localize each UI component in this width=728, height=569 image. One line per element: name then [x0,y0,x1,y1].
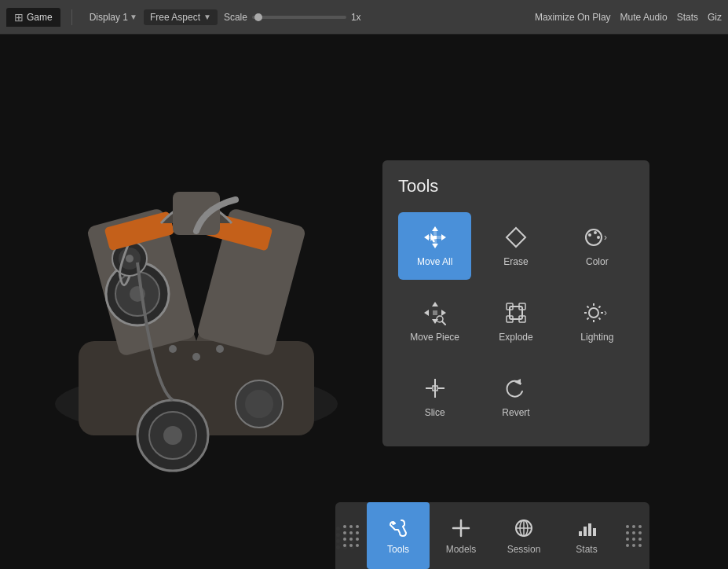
svg-rect-41 [433,310,437,315]
aspect-dropdown[interactable]: Free Aspect ▼ [144,9,218,25]
svg-marker-24 [432,244,438,248]
stats-button[interactable]: Stats [677,12,698,23]
top-bar: ⊞ Game Display 1 ▼ Free Aspect ▼ Scale 1… [0,0,728,35]
svg-point-17 [192,353,200,361]
svg-point-15 [169,345,177,353]
tool-color[interactable]: › Color [561,212,634,280]
nav-stats[interactable]: Stats [555,502,618,569]
svg-marker-39 [424,310,429,316]
color-icon: › [583,225,611,250]
svg-rect-70 [579,531,582,536]
nav-tools-icon [387,517,409,539]
tool-move-all[interactable]: Move All [398,212,471,280]
maximize-on-play-button[interactable]: Maximize On Play [535,12,611,23]
revert-icon [503,376,529,401]
scale-label: Scale [224,12,247,23]
scale-thumb [254,13,262,21]
scale-track[interactable] [252,16,346,19]
move-piece-icon [423,300,448,325]
slice-icon [423,376,448,401]
svg-line-55 [599,307,601,308]
tool-revert[interactable]: Revert [479,363,552,431]
nav-dots-right [618,502,649,569]
nav-stats-icon [576,517,598,539]
slice-label: Slice [425,407,445,418]
svg-line-56 [587,318,589,319]
svg-point-16 [216,345,224,353]
nav-stats-label: Stats [576,544,597,555]
display-label: Display 1 [90,12,128,23]
svg-marker-23 [432,226,438,231]
aspect-dropdown-arrow: ▼ [203,13,211,21]
aspect-label: Free Aspect [150,12,200,23]
revert-label: Revert [502,407,529,418]
move-all-label: Move All [417,256,452,267]
move-all-icon [423,225,448,250]
display-dropdown-arrow: ▼ [130,13,137,21]
svg-point-20 [163,426,182,445]
lighting-label: Lighting [580,332,613,343]
nav-session-label: Session [507,544,541,555]
tools-title: Tools [398,176,634,196]
nav-tools-label: Tools [387,544,409,555]
right-buttons: Maximize On Play Mute Audio Stats Giz [535,12,722,23]
svg-rect-73 [593,528,596,536]
svg-marker-25 [424,234,429,240]
svg-point-35 [597,236,600,239]
tools-panel: Tools Move All [382,160,649,446]
lighting-icon: › [583,300,611,325]
svg-line-54 [599,318,601,319]
svg-marker-31 [507,228,525,247]
svg-rect-71 [583,527,587,536]
nav-models-label: Models [446,544,477,555]
nav-models[interactable]: Models [430,502,492,569]
explode-icon [503,300,529,325]
svg-rect-43 [510,307,522,319]
separator-1 [71,9,72,25]
explode-label: Explode [499,332,532,343]
engine-image [16,105,377,498]
nav-session-icon [513,517,535,539]
nav-models-icon [450,517,472,539]
tools-grid: Move All Erase › Color [398,212,634,431]
tool-move-piece[interactable]: Move Piece [398,288,471,355]
svg-point-22 [245,390,273,418]
tool-erase[interactable]: Erase [479,212,552,280]
tool-lighting[interactable]: › Lighting [561,288,634,355]
tool-empty [561,363,634,431]
svg-marker-62 [514,379,521,385]
nav-dots-left [335,502,367,569]
display-dropdown[interactable]: Display 1 ▼ [90,12,137,23]
svg-marker-37 [432,302,438,307]
nav-tools[interactable]: Tools [367,502,430,569]
svg-point-48 [589,308,598,318]
mute-audio-button[interactable]: Mute Audio [620,12,668,23]
svg-text:›: › [604,232,607,243]
svg-marker-26 [441,234,446,240]
svg-point-63 [392,522,395,525]
game-tab-label: Game [27,12,53,23]
scale-value: 1x [351,12,361,23]
tool-explode[interactable]: Explode [479,288,552,355]
svg-line-53 [587,307,589,308]
erase-icon [503,225,529,250]
giz-button[interactable]: Giz [708,12,722,23]
svg-marker-40 [441,310,446,316]
svg-text:›: › [604,307,607,318]
content-area: Tools Move All [0,35,728,569]
nav-items: Tools Models Session [367,502,618,569]
scale-section: Scale 1x [224,12,361,23]
game-tab[interactable]: ⊞ Game [6,8,60,27]
color-label: Color [586,256,609,267]
move-piece-label: Move Piece [410,332,459,343]
svg-point-33 [588,233,591,237]
svg-point-11 [126,255,134,262]
nav-session[interactable]: Session [492,502,555,569]
svg-rect-72 [588,523,591,536]
tool-slice[interactable]: Slice [398,363,471,431]
svg-point-34 [594,231,597,234]
game-icon: ⊞ [14,11,24,24]
bottom-nav: Tools Models Session [335,502,649,569]
erase-label: Erase [503,256,528,267]
